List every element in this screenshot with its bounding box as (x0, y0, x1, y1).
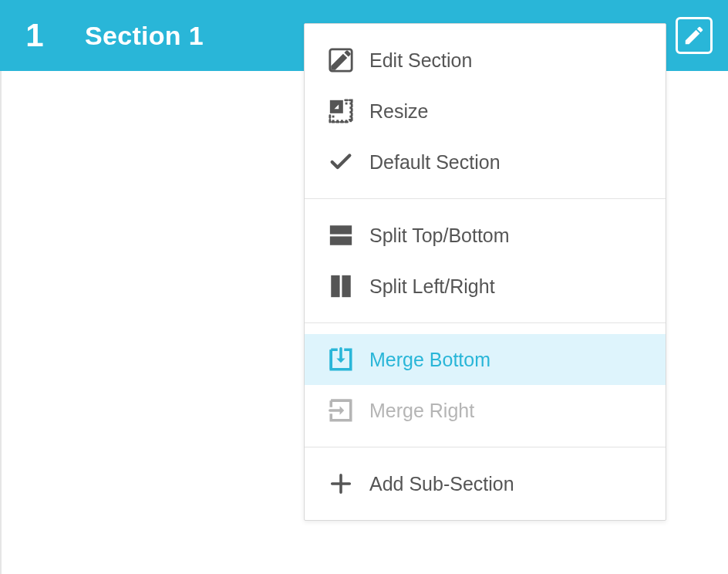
svg-rect-8 (349, 116, 352, 118)
menu-item-split-left-right[interactable]: Split Left/Right (305, 261, 666, 312)
svg-rect-14 (332, 116, 335, 118)
menu-group-add: Add Sub-Section (305, 447, 666, 520)
menu-label: Edit Section (369, 49, 472, 72)
section-title: Section 1 (85, 21, 204, 51)
menu-label: Split Left/Right (369, 275, 495, 298)
menu-item-edit-section[interactable]: Edit Section (305, 35, 666, 86)
svg-rect-11 (341, 120, 343, 122)
menu-label: Resize (369, 100, 428, 123)
edit-icon (328, 47, 354, 73)
merge-right-icon (328, 397, 354, 424)
menu-item-split-top-bottom[interactable]: Split Top/Bottom (305, 210, 666, 261)
edit-section-button[interactable] (676, 17, 713, 54)
menu-item-merge-bottom[interactable]: Merge Bottom (305, 334, 666, 385)
section-context-menu: Edit Section Resize Default Section (304, 23, 666, 521)
split-vertical-icon (328, 273, 354, 299)
menu-label: Split Top/Bottom (369, 225, 510, 247)
resize-icon (328, 98, 354, 124)
svg-rect-15 (330, 225, 352, 234)
menu-item-resize[interactable]: Resize (305, 86, 666, 137)
svg-rect-18 (342, 275, 350, 297)
menu-item-merge-right: Merge Right (305, 385, 666, 436)
pencil-icon (682, 24, 706, 47)
section-number: 1 (15, 17, 54, 54)
svg-rect-7 (349, 111, 352, 113)
svg-rect-4 (345, 103, 348, 105)
check-icon (328, 149, 354, 175)
menu-label: Merge Bottom (369, 349, 490, 371)
merge-bottom-icon (328, 346, 354, 373)
svg-rect-9 (349, 120, 352, 122)
svg-rect-10 (345, 120, 348, 122)
menu-label: Add Sub-Section (369, 473, 514, 495)
menu-group-merge: Merge Bottom Merge Right (305, 322, 666, 447)
svg-rect-17 (331, 275, 339, 297)
split-horizontal-icon (328, 222, 354, 248)
menu-group-edit: Edit Section Resize Default Section (305, 24, 666, 198)
content-area: Edit Section Resize Default Section (0, 71, 728, 574)
svg-rect-16 (330, 236, 352, 245)
menu-label: Merge Right (369, 400, 474, 422)
menu-group-split: Split Top/Bottom Split Left/Right (305, 198, 666, 322)
menu-item-default-section[interactable]: Default Section (305, 137, 666, 187)
svg-rect-13 (332, 120, 335, 122)
menu-item-add-sub-section[interactable]: Add Sub-Section (305, 458, 666, 509)
plus-icon (328, 471, 354, 497)
menu-label: Default Section (369, 151, 501, 174)
svg-rect-6 (349, 106, 352, 109)
svg-rect-12 (336, 120, 339, 122)
svg-rect-5 (349, 103, 352, 105)
